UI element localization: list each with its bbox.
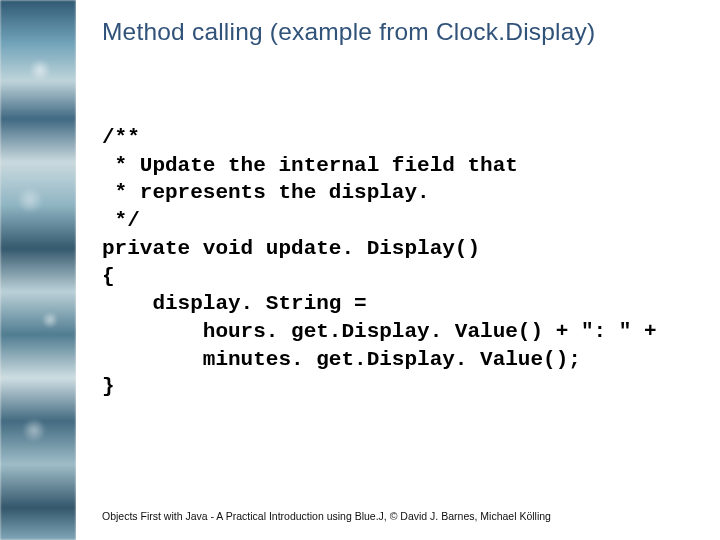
code-line: }: [102, 375, 115, 398]
code-line: hours. get.Display. Value() + ": " +: [102, 320, 657, 343]
slide-title: Method calling (example from Clock.Displ…: [102, 18, 694, 46]
code-block: /** * Update the internal field that * r…: [102, 124, 694, 401]
decorative-left-strip: [0, 0, 76, 540]
slide-body: Method calling (example from Clock.Displ…: [76, 0, 720, 540]
code-line: */: [102, 209, 140, 232]
code-line: * Update the internal field that: [102, 154, 518, 177]
code-line: /**: [102, 126, 140, 149]
code-line: {: [102, 265, 115, 288]
code-line: private void update. Display(): [102, 237, 480, 260]
code-line: minutes. get.Display. Value();: [102, 348, 581, 371]
slide-footer: Objects First with Java - A Practical In…: [102, 510, 551, 522]
code-line: * represents the display.: [102, 181, 430, 204]
code-line: display. String =: [102, 292, 367, 315]
